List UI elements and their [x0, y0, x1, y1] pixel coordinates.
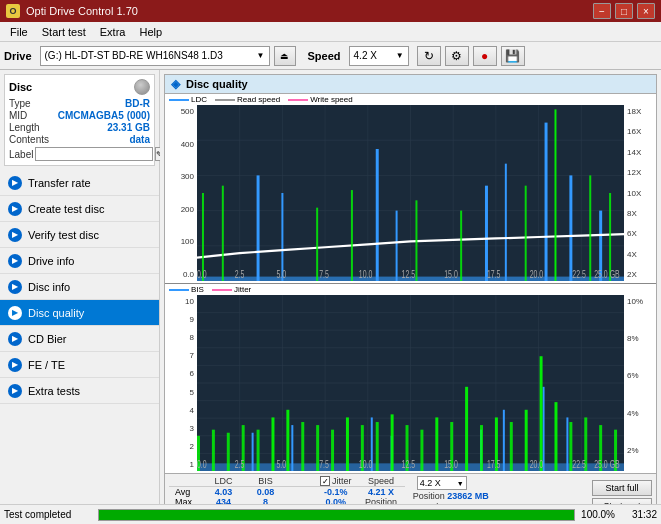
svg-text:7.5: 7.5: [319, 458, 329, 470]
sidebar-item-verify-test-disc[interactable]: ▶ Verify test disc: [0, 222, 159, 248]
svg-text:0.0: 0.0: [197, 269, 207, 281]
write-speed-legend-label: Write speed: [310, 95, 353, 104]
close-button[interactable]: ×: [637, 3, 655, 19]
svg-rect-77: [257, 430, 260, 471]
contents-label: Contents: [9, 134, 49, 145]
menu-file[interactable]: File: [4, 25, 34, 39]
menu-bar: File Start test Extra Help: [0, 22, 661, 42]
bottom-chart-svg: 0.0 2.5 5.0 7.5 10.0 12.5 15.0 17.5 20.0…: [197, 295, 624, 471]
stats-header-blank: [169, 476, 200, 487]
svg-text:17.5: 17.5: [487, 458, 501, 470]
chart-title: Disc quality: [186, 78, 248, 90]
bottom-chart-legend: BIS Jitter: [165, 284, 656, 295]
svg-rect-72: [566, 417, 568, 471]
avg-ldc: 4.03: [200, 487, 247, 498]
type-label: Type: [9, 98, 31, 109]
jitter-legend-label: Jitter: [234, 285, 251, 294]
sidebar-item-drive-info[interactable]: ▶ Drive info: [0, 248, 159, 274]
sidebar-item-cd-bier[interactable]: ▶ CD Bier: [0, 326, 159, 352]
svg-rect-86: [391, 414, 394, 471]
svg-rect-82: [331, 430, 334, 471]
cd-bier-icon: ▶: [8, 332, 22, 346]
stats-header-jitter-check: ✓ Jitter: [314, 476, 358, 487]
bis-legend-color: [169, 289, 189, 291]
svg-text:2.5: 2.5: [235, 458, 245, 470]
svg-rect-28: [415, 200, 417, 281]
sidebar: Disc Type BD-R MID CMCMAGBA5 (000) Lengt…: [0, 70, 160, 524]
speed-label: Speed: [308, 50, 341, 62]
start-full-button[interactable]: Start full: [592, 480, 652, 496]
speed-select-arrow: ▼: [457, 480, 464, 487]
svg-rect-91: [465, 387, 468, 471]
menu-extra[interactable]: Extra: [94, 25, 132, 39]
svg-text:7.5: 7.5: [319, 269, 329, 281]
read-speed-legend-label: Read speed: [237, 95, 280, 104]
svg-rect-88: [420, 430, 423, 471]
speed-select-stat[interactable]: 4.2 X ▼: [417, 476, 467, 490]
app-title: Opti Drive Control 1.70: [26, 5, 138, 17]
avg-spacer: [284, 487, 314, 498]
svg-rect-19: [485, 186, 488, 281]
avg-jitter: -0.1%: [314, 487, 358, 498]
speed-dropdown[interactable]: 4.2 X ▼: [349, 46, 409, 66]
jitter-legend-color: [212, 289, 232, 291]
eject-button[interactable]: ⏏: [274, 46, 296, 66]
sidebar-item-fe-te[interactable]: ▶ FE / TE: [0, 352, 159, 378]
ldc-legend-color: [169, 99, 189, 101]
sidebar-label-transfer-rate: Transfer rate: [28, 177, 91, 189]
sidebar-label-cd-bier: CD Bier: [28, 333, 67, 345]
svg-rect-31: [554, 109, 556, 281]
svg-rect-70: [503, 410, 505, 471]
label-input[interactable]: [35, 147, 153, 161]
save-button[interactable]: 💾: [501, 46, 525, 66]
progress-fill: [99, 510, 574, 520]
disc-info-icon: ▶: [8, 280, 22, 294]
svg-text:17.5: 17.5: [487, 269, 501, 281]
svg-rect-66: [291, 425, 293, 471]
stats-header-spacer: [284, 476, 314, 487]
extra-tests-icon: ▶: [8, 384, 22, 398]
sidebar-item-create-test-disc[interactable]: ▶ Create test disc: [0, 196, 159, 222]
progress-time: 31:32: [619, 509, 657, 520]
svg-rect-97: [554, 402, 557, 471]
svg-rect-15: [257, 175, 260, 281]
content-area: ◈ Disc quality LDC Read speed: [160, 70, 661, 524]
speed-value: 4.2 X: [354, 50, 377, 61]
svg-rect-32: [589, 175, 591, 281]
info-button[interactable]: ●: [473, 46, 497, 66]
write-speed-legend-color: [288, 99, 308, 101]
minimize-button[interactable]: −: [593, 3, 611, 19]
svg-rect-85: [376, 422, 379, 471]
bis-legend-label: BIS: [191, 285, 204, 294]
type-value: BD-R: [125, 98, 150, 109]
refresh-button[interactable]: ↻: [417, 46, 441, 66]
svg-text:22.5: 22.5: [572, 269, 586, 281]
svg-text:20.0: 20.0: [530, 458, 544, 470]
stats-header-speed: Speed: [358, 476, 405, 487]
menu-start-test[interactable]: Start test: [36, 25, 92, 39]
position-value: 23862 MB: [447, 491, 489, 501]
verify-test-icon: ▶: [8, 228, 22, 242]
drive-dropdown[interactable]: (G:) HL-DT-ST BD-RE WH16NS48 1.D3 ▼: [40, 46, 270, 66]
drive-bar: Drive (G:) HL-DT-ST BD-RE WH16NS48 1.D3 …: [0, 42, 661, 70]
settings-button[interactable]: ⚙: [445, 46, 469, 66]
sidebar-label-create-test-disc: Create test disc: [28, 203, 104, 215]
sidebar-item-transfer-rate[interactable]: ▶ Transfer rate: [0, 170, 159, 196]
svg-rect-22: [569, 175, 572, 281]
jitter-checkbox[interactable]: ✓: [320, 476, 330, 486]
app-icon: O: [6, 4, 20, 18]
maximize-button[interactable]: □: [615, 3, 633, 19]
speed-arrow: ▼: [396, 51, 404, 60]
sidebar-item-disc-quality[interactable]: ▶ Disc quality: [0, 300, 159, 326]
sidebar-item-disc-info[interactable]: ▶ Disc info: [0, 274, 159, 300]
disc-title: Disc: [9, 81, 32, 93]
svg-rect-17: [376, 149, 379, 281]
mid-value: CMCMAGBA5 (000): [58, 110, 150, 121]
create-test-icon: ▶: [8, 202, 22, 216]
sidebar-item-extra-tests[interactable]: ▶ Extra tests: [0, 378, 159, 404]
svg-rect-27: [351, 190, 353, 281]
sidebar-label-disc-info: Disc info: [28, 281, 70, 293]
svg-text:12.5: 12.5: [402, 458, 416, 470]
menu-help[interactable]: Help: [133, 25, 168, 39]
sidebar-label-verify-test-disc: Verify test disc: [28, 229, 99, 241]
